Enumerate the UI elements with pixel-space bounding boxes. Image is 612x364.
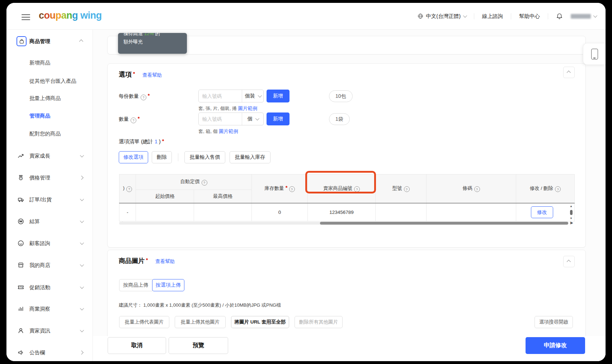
options-section-title: 選項 [119,70,135,79]
mobile-preview-widget[interactable] [583,43,606,65]
edit-row-button[interactable]: 修改 [531,206,553,218]
qty-unit-select[interactable]: 個 [242,113,263,125]
delete-option-button[interactable]: 刪除 [152,151,172,163]
qty-input-group: 個 [198,112,264,125]
image-size-note: 建議尺寸： 1,000畫素 x 1,000畫素 (至少500畫素) / 小於10… [119,302,281,308]
apply-image-url-all-button[interactable]: 將圖片 URL 套用至全部 [231,316,289,328]
account-menu[interactable] [571,14,596,19]
sidebar-item-promotions[interactable]: % 促銷活動 [6,282,93,293]
submit-modification-button[interactable]: 申請修改 [526,337,585,354]
help-icon[interactable]: ? [555,186,561,192]
bulk-stock-button[interactable]: 批量輸入庫存 [230,151,270,163]
help-icon[interactable]: ? [202,180,207,186]
option-search-toggle-button[interactable]: 選項搜尋開啟 [535,316,573,328]
scrollbar-thumb[interactable] [570,210,573,215]
sidebar-label: 商品管理 [29,38,50,45]
cell-max-price [194,203,252,221]
qty-input[interactable] [199,113,242,125]
options-help-link[interactable]: 查看幫助 [142,72,162,78]
per-unit-qty-unit-select[interactable]: 個裝 [242,90,263,102]
cell-barcode [427,203,516,221]
help-icon[interactable]: ? [131,118,136,123]
divider [474,13,474,19]
help-icon[interactable]: ? [289,186,295,192]
preview-button[interactable]: 預覽 [169,337,228,354]
images-help-link[interactable]: 查看幫助 [155,258,175,265]
sidebar-item-import-products[interactable]: 從其他平台匯入產品 [29,78,76,85]
scroll-right-icon[interactable]: ▶ [570,221,573,225]
help-icon[interactable]: ? [404,186,410,192]
qty-add-button[interactable]: 新增 [267,112,289,125]
required-dot [286,186,287,188]
table-vertical-scrollbar[interactable]: ▲ ▼ [569,205,573,220]
col-header-max-price: 最高價格 [194,190,252,203]
sidebar-item-customer-inquiry[interactable]: 顧客諮詢 [6,238,93,249]
svg-text:%: % [20,286,22,288]
table-horizontal-scrollbar[interactable] [119,222,568,225]
bulk-price-button[interactable]: 批量輸入售價 [184,151,225,163]
sidebar-item-business-insights[interactable]: 商業洞察 [6,303,93,314]
coupang-wing-logo[interactable]: coupangwing [39,10,102,21]
collapse-options-button[interactable] [563,67,575,78]
sidebar-item-announcements[interactable]: 公告欄 [6,347,93,358]
per-unit-qty-tag[interactable]: 10包 [329,90,353,102]
edit-option-button[interactable]: 修改選項 [119,151,148,163]
chevron-down-icon [80,285,84,289]
sidebar-item-manage-products-active[interactable]: 管理商品 [29,112,50,119]
coupon-icon: % [17,283,25,292]
sidebar-item-add-product[interactable]: 新增商品 [29,59,50,66]
tab-upload-by-option[interactable]: 按選項上傳 [152,279,184,291]
per-unit-qty-add-button[interactable]: 新增 [267,90,289,102]
chevron-down-icon [80,219,84,223]
online-consult-link[interactable]: 線上諮詢 [482,13,503,20]
help-center-link[interactable]: 幫助中心 [519,13,540,20]
chevron-down-icon [80,306,84,310]
image-example-link[interactable]: 圖片範例 [219,129,238,134]
sidebar-item-settlement[interactable]: 結算 [6,216,93,227]
sidebar-item-match-products[interactable]: 配對您的商品 [29,130,61,137]
per-unit-qty-input[interactable] [199,90,242,102]
qty-tag[interactable]: 1袋 [329,113,350,125]
sidebar-item-bulk-upload[interactable]: 批量上傳商品 [29,95,61,102]
help-icon[interactable]: ? [126,186,132,192]
scroll-up-icon[interactable]: ▲ [570,205,573,208]
col-header-auto-pricing: 自動定價? [136,174,252,190]
per-unit-qty-label: 每份數量? [119,93,150,100]
scrollbar-thumb[interactable] [320,222,568,225]
required-dot [162,139,164,141]
chevron-down-icon [80,197,84,201]
hamburger-menu-icon[interactable] [22,13,30,19]
sidebar-item-seller-info[interactable]: 賣家資訊 [6,325,93,336]
cancel-button[interactable]: 取消 [108,337,166,354]
help-icon[interactable]: ? [141,95,146,100]
help-icon[interactable]: ? [474,186,480,192]
person-icon [17,326,25,335]
language-selector[interactable]: 中文(台灣正體) [418,13,466,20]
language-label: 中文(台灣正體) [426,13,461,20]
collapse-images-button[interactable] [563,256,575,267]
sidebar-item-price-management[interactable]: 1 價格管理 [6,172,93,183]
product-images-title: 商品圖片 [119,257,148,265]
sidebar-item-orders-shipping[interactable]: 訂單/出貨 [6,194,93,205]
cell-actions: 修改 [516,203,575,221]
required-dot [133,72,135,74]
medal-icon: 1 [17,173,25,182]
bulk-upload-other-images-button[interactable]: 批量上傳其他圖片 [175,316,226,328]
delete-all-other-images-button[interactable]: 刪除所有其他圖片 [295,316,343,328]
option-table-row: - 0 123456789 修改 [119,203,575,221]
tab-upload-by-product[interactable]: 按商品上傳 [119,279,152,291]
sidebar-item-product-management[interactable]: 商品管理 [6,36,93,47]
notification-bell[interactable] [556,13,563,20]
image-example-link[interactable]: 圖片範例 [238,106,258,111]
logo-letter: u [50,10,56,21]
bulk-upload-main-images-button[interactable]: 批量上傳代表圖片 [119,316,169,328]
sidebar-item-seller-growth[interactable]: 賣家成長 [6,150,93,161]
chevron-down-icon [80,153,84,157]
smile-icon [17,239,25,248]
exposure-tooltip: 獲得高達 12% 的 額外曝光 [118,33,187,54]
bell-icon [556,13,563,20]
help-icon[interactable]: ? [354,186,360,192]
scroll-down-icon[interactable]: ▼ [570,217,573,220]
sidebar: 商品管理 新增商品 從其他平台匯入產品 批量上傳商品 管理商品 配對您的商品 賣… [6,29,93,361]
sidebar-item-my-store[interactable]: 我的商店 [6,260,93,270]
